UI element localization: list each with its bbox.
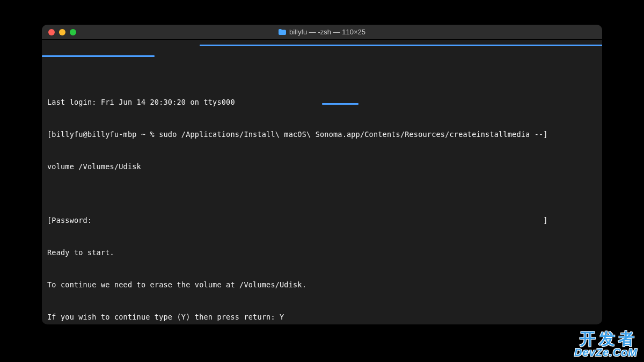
fullscreen-button[interactable]: [70, 29, 76, 35]
terminal-line: volume /Volumes/Udisk: [47, 161, 597, 172]
watermark-cn: 开发者: [574, 331, 638, 347]
terminal-line: If you wish to continue type (Y) then pr…: [47, 312, 597, 322]
terminal-line: To continue we need to erase the volume …: [47, 279, 597, 290]
terminal-line: Last login: Fri Jun 14 20:30:20 on ttys0…: [47, 97, 597, 107]
window-title-text: billyfu — -zsh — 110×25: [289, 28, 365, 36]
watermark: 开发者 DevZe.CoM: [574, 331, 638, 358]
terminal-line: [Password: ]: [47, 215, 597, 226]
watermark-en: DevZe.CoM: [574, 347, 638, 358]
annotation-underline: [42, 55, 155, 57]
terminal-content[interactable]: Last login: Fri Jun 14 20:30:20 on ttys0…: [42, 40, 602, 324]
terminal-window[interactable]: billyfu — -zsh — 110×25 Last login: Fri …: [42, 25, 602, 324]
folder-icon: [279, 29, 286, 35]
window-titlebar[interactable]: billyfu — -zsh — 110×25: [42, 25, 602, 40]
close-button[interactable]: [48, 29, 55, 35]
terminal-line: [billyfu@billyfu-mbp ~ % sudo /Applicati…: [47, 129, 597, 140]
annotation-underline: [200, 45, 602, 46]
traffic-lights: [48, 29, 76, 35]
terminal-line: Ready to start.: [47, 247, 597, 258]
minimize-button[interactable]: [59, 29, 65, 35]
window-title: billyfu — -zsh — 110×25: [279, 28, 365, 36]
